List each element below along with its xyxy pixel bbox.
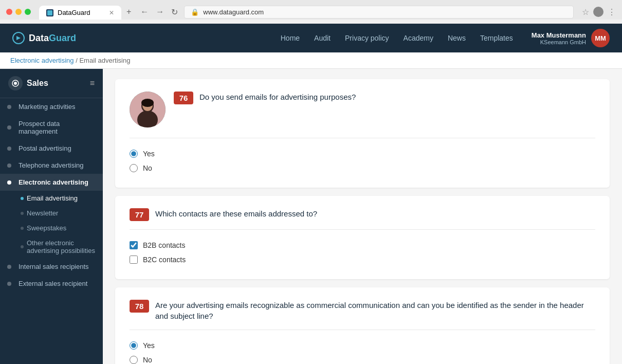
nav-academy[interactable]: Academy (397, 31, 440, 45)
new-tab-button[interactable]: + (123, 4, 134, 20)
logo-icon (12, 32, 25, 44)
sidebar-header: Sales ≡ (0, 69, 103, 98)
sidebar-sub-dot-email (21, 197, 24, 200)
question-badge-76: 76 (174, 92, 193, 104)
sidebar-item-electronic[interactable]: Electronic advertising (0, 174, 103, 191)
sidebar-sub-other[interactable]: Other electronic advertising possibiliti… (0, 235, 103, 258)
bookmark-icon[interactable]: ☆ (582, 7, 589, 17)
logo[interactable]: DataGuard (12, 32, 76, 44)
sidebar-sub-label-sweepstakes: Sweepstakes (27, 224, 66, 232)
sidebar-sub-newsletter[interactable]: Newsletter (0, 206, 103, 221)
sidebar-item-telephone[interactable]: Telephone advertising (0, 157, 103, 174)
user-name: Max Mustermann (532, 31, 586, 39)
sidebar-item-internal[interactable]: Internal sales recipients (0, 258, 103, 275)
browser-forward-button[interactable]: → (154, 6, 166, 17)
question-header-76: 76 Do you send emails for advertising pu… (130, 92, 595, 128)
sidebar-item-external[interactable]: External sales recipient (0, 275, 103, 292)
question-badge-78: 78 (130, 300, 149, 313)
question-text-76: Do you send emails for advertising purpo… (199, 92, 356, 102)
radio-yes-78[interactable] (130, 341, 138, 350)
nav-news[interactable]: News (442, 31, 472, 45)
sidebar-sub-sweepstakes[interactable]: Sweepstakes (0, 221, 103, 235)
browser-refresh-button[interactable]: ↻ (169, 6, 180, 18)
option-label-b2c-77: B2C contacts (143, 256, 186, 264)
user-text: Max Mustermann KSeemann GmbH (532, 31, 586, 45)
menu-icon[interactable]: ⋮ (608, 7, 616, 17)
sidebar-sub-email[interactable]: Email advertising (0, 191, 103, 206)
user-info: Max Mustermann KSeemann GmbH MM (532, 29, 610, 47)
logo-guard: Guard (49, 33, 76, 43)
user-avatar[interactable]: MM (591, 29, 610, 47)
tab-close-button[interactable]: ✕ (109, 9, 114, 16)
sidebar-hamburger[interactable]: ≡ (90, 79, 95, 88)
sidebar-sub-dot-other (21, 245, 24, 248)
url-text: www.dataguard.com (203, 8, 264, 16)
sidebar-dot-telephone (7, 163, 11, 168)
sidebar-sub-label-newsletter: Newsletter (27, 209, 58, 217)
sidebar-sub-label-email: Email advertising (27, 194, 78, 202)
sidebar-sub-label-other: Other electronic advertising possibiliti… (27, 239, 103, 254)
sidebar-sub-dot-newsletter (21, 212, 24, 215)
svg-rect-0 (47, 10, 52, 15)
sidebar-item-prospect[interactable]: Prospect data management (0, 115, 103, 140)
browser-tab[interactable]: DataGuard ✕ (39, 6, 121, 20)
profile-icon[interactable] (593, 7, 603, 17)
traffic-light-green[interactable] (25, 9, 31, 15)
sidebar-title: Sales (8, 76, 48, 90)
radio-yes-76[interactable] (130, 150, 138, 158)
sidebar-item-marketing[interactable]: Marketing activities (0, 98, 103, 115)
option-label-b2b-77: B2B contacts (143, 241, 186, 249)
logo-text: DataGuard (29, 33, 76, 44)
nav-templates[interactable]: Templates (474, 31, 519, 45)
main-nav: Home Audit Privacy policy Academy News T… (275, 31, 519, 45)
sidebar-label-marketing: Marketing activities (19, 103, 76, 111)
svg-point-8 (141, 99, 154, 107)
option-no-76: No (130, 161, 595, 175)
sidebar-item-postal[interactable]: Postal advertising (0, 140, 103, 157)
sidebar-icon (8, 76, 23, 90)
checkbox-b2c-77[interactable] (130, 256, 138, 264)
option-label-no-78: No (143, 356, 152, 364)
traffic-light-red[interactable] (6, 9, 12, 15)
nav-audit[interactable]: Audit (308, 31, 337, 45)
question-text-77: Which contacts are these emails addresse… (155, 208, 317, 219)
content-area: 76 Do you send emails for advertising pu… (103, 69, 622, 364)
question-card-77: 77 Which contacts are these emails addre… (115, 196, 610, 279)
sidebar-label-prospect: Prospect data management (19, 120, 95, 135)
sidebar-label-external: External sales recipient (19, 280, 87, 287)
logo-data: Data (29, 33, 49, 43)
sidebar-section-label: Sales (27, 79, 48, 88)
sidebar: Sales ≡ Marketing activities Prospect da… (0, 69, 103, 364)
divider-76 (130, 138, 595, 138)
svg-point-3 (14, 82, 17, 85)
user-company: KSeemann GmbH (532, 39, 586, 45)
sidebar-dot-external (7, 282, 11, 286)
app-header: DataGuard Home Audit Privacy policy Acad… (0, 24, 622, 52)
lock-icon: 🔒 (191, 8, 199, 16)
option-label-no-76: No (143, 164, 152, 172)
sidebar-dot-marketing (7, 105, 11, 109)
traffic-light-yellow[interactable] (15, 9, 22, 15)
breadcrumb-section[interactable]: Electronic advertising (10, 57, 74, 64)
option-b2b-77: B2B contacts (130, 238, 595, 252)
address-bar[interactable]: 🔒 www.dataguard.com (184, 6, 574, 19)
divider-78 (130, 330, 595, 330)
nav-home[interactable]: Home (275, 31, 306, 45)
radio-no-78[interactable] (130, 356, 138, 364)
sidebar-dot-electronic (7, 180, 11, 185)
sidebar-label-telephone: Telephone advertising (19, 161, 83, 169)
tab-favicon (46, 9, 53, 16)
option-no-78: No (130, 353, 595, 364)
option-b2c-77: B2C contacts (130, 252, 595, 267)
avatar (130, 92, 166, 128)
sidebar-sub-dot-sweepstakes (21, 227, 24, 230)
sidebar-dot-internal (7, 265, 11, 269)
nav-privacy-policy[interactable]: Privacy policy (339, 31, 395, 45)
main-layout: Sales ≡ Marketing activities Prospect da… (0, 69, 622, 364)
question-badge-77: 77 (130, 208, 149, 221)
radio-no-76[interactable] (130, 164, 138, 172)
browser-back-button[interactable]: ← (138, 6, 151, 17)
sidebar-label-electronic: Electronic advertising (19, 178, 88, 186)
checkbox-b2b-77[interactable] (130, 241, 138, 249)
question-card-78: 78 Are your advertising emails recogniza… (115, 287, 610, 364)
